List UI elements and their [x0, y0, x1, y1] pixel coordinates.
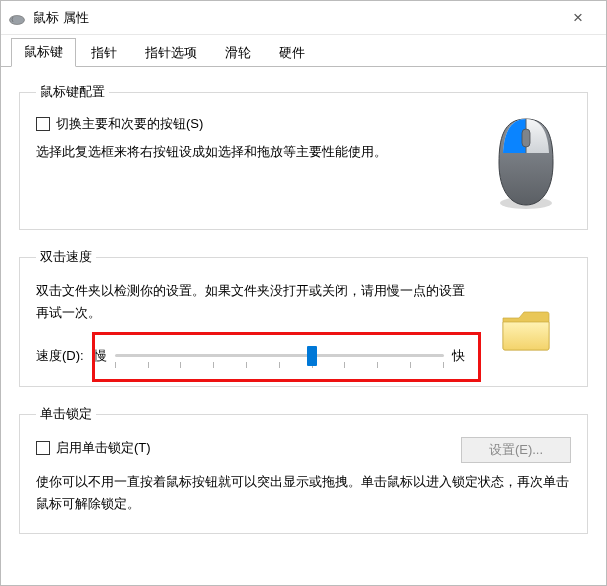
checkbox-box-icon — [36, 117, 50, 131]
speed-min-label: 慢 — [94, 347, 107, 365]
mouse-icon — [9, 13, 25, 23]
click-lock-settings-button[interactable]: 设置(E)... — [461, 437, 571, 463]
group-double-click-legend: 双击速度 — [36, 248, 96, 266]
svg-rect-4 — [522, 129, 530, 147]
svg-point-0 — [10, 15, 25, 24]
tab-wheel[interactable]: 滑轮 — [212, 39, 264, 67]
client-area: 鼠标键配置 切换主要和次要的按钮(S) 选择此复选框来将右按钮设成如选择和拖放等… — [1, 67, 606, 585]
click-lock-checkbox[interactable]: 启用单击锁定(T) — [36, 439, 151, 457]
tab-pointers[interactable]: 指针 — [78, 39, 130, 67]
group-double-click-speed: 双击速度 双击文件夹以检测你的设置。如果文件夹没打开或关闭，请用慢一点的设置再试… — [19, 248, 588, 387]
tab-hardware[interactable]: 硬件 — [266, 39, 318, 67]
titlebar: 鼠标 属性 × — [1, 1, 606, 35]
swap-buttons-checkbox[interactable]: 切换主要和次要的按钮(S) — [36, 115, 469, 133]
group-button-config-legend: 鼠标键配置 — [36, 83, 109, 101]
close-icon[interactable]: × — [558, 8, 598, 28]
click-lock-label: 启用单击锁定(T) — [56, 439, 151, 457]
tab-pointer-options[interactable]: 指针选项 — [132, 39, 210, 67]
click-lock-description: 使你可以不用一直按着鼠标按钮就可以突出显示或拖拽。单击鼠标以进入锁定状态，再次单… — [36, 471, 571, 515]
swap-buttons-label: 切换主要和次要的按钮(S) — [56, 115, 203, 133]
window-title: 鼠标 属性 — [33, 9, 558, 27]
group-button-config: 鼠标键配置 切换主要和次要的按钮(S) 选择此复选框来将右按钮设成如选择和拖放等… — [19, 83, 588, 230]
group-click-lock-legend: 单击锁定 — [36, 405, 96, 423]
speed-slider[interactable] — [115, 344, 444, 368]
speed-max-label: 快 — [452, 347, 465, 365]
slider-track — [115, 354, 444, 357]
speed-label: 速度(D): — [36, 347, 84, 365]
slider-handle[interactable] — [307, 346, 317, 366]
checkbox-box-icon — [36, 441, 50, 455]
group-click-lock: 单击锁定 启用单击锁定(T) 设置(E)... 使你可以不用一直按着鼠标按钮就可… — [19, 405, 588, 534]
tab-strip: 鼠标键 指针 指针选项 滑轮 硬件 — [1, 35, 606, 67]
tab-buttons[interactable]: 鼠标键 — [11, 38, 76, 67]
speed-slider-row: 速度(D): 慢 快 — [36, 344, 469, 368]
folder-test-area[interactable] — [481, 280, 571, 354]
mouse-properties-window: 鼠标 属性 × 鼠标键 指针 指针选项 滑轮 硬件 鼠标键配置 切换主要和次要的… — [0, 0, 607, 586]
double-click-description: 双击文件夹以检测你的设置。如果文件夹没打开或关闭，请用慢一点的设置再试一次。 — [36, 280, 469, 324]
mouse-illustration — [481, 115, 571, 211]
swap-buttons-description: 选择此复选框来将右按钮设成如选择和拖放等主要性能使用。 — [36, 141, 469, 163]
slider-ticks — [115, 362, 444, 368]
